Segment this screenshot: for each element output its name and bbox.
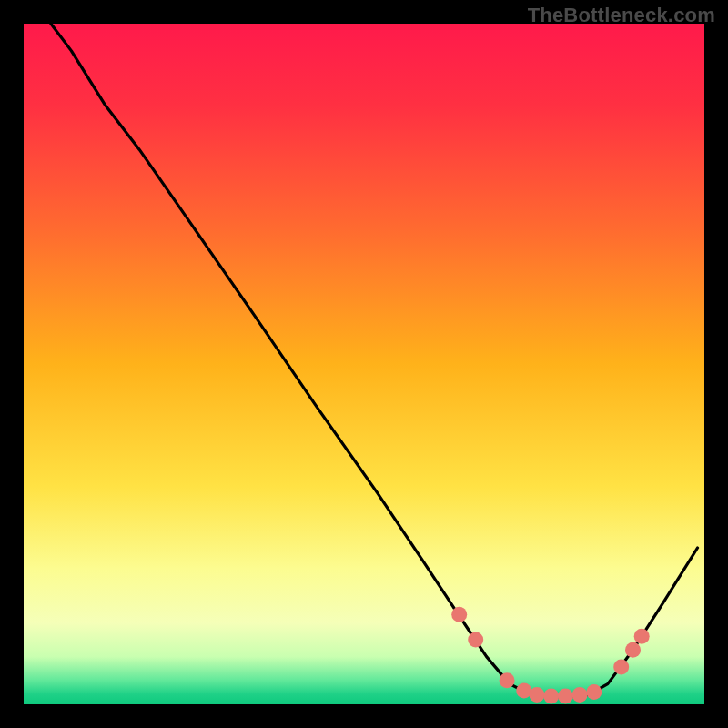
highlight-dot bbox=[625, 642, 641, 658]
highlight-dot bbox=[634, 629, 650, 644]
gradient-background bbox=[24, 24, 704, 704]
highlight-dot bbox=[468, 632, 483, 647]
plot-area bbox=[24, 24, 704, 704]
highlight-dot bbox=[500, 672, 515, 688]
chart-frame: TheBottleneck.com bbox=[0, 0, 728, 728]
chart-svg bbox=[24, 24, 704, 704]
highlight-dot bbox=[613, 659, 629, 674]
watermark-text: TheBottleneck.com bbox=[528, 4, 715, 27]
highlight-dot bbox=[530, 687, 545, 703]
highlight-dot bbox=[451, 607, 467, 622]
highlight-dot bbox=[572, 687, 588, 703]
highlight-dot bbox=[586, 684, 602, 700]
highlight-dot bbox=[558, 689, 573, 704]
highlight-dot bbox=[543, 689, 559, 704]
